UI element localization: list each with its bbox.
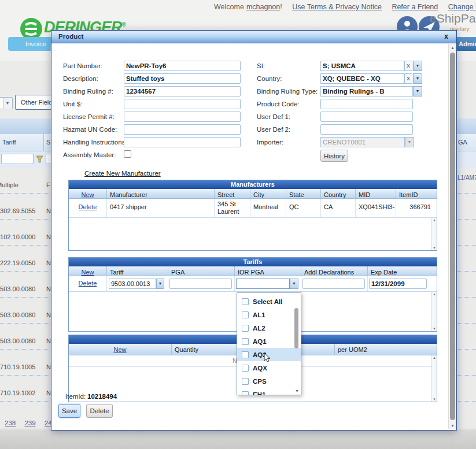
column-header[interactable]: City — [250, 189, 286, 198]
handling-instructions-input[interactable] — [124, 137, 241, 147]
s-column-header[interactable]: S — [46, 139, 50, 146]
tariff-delete-link[interactable]: Delete — [69, 276, 107, 291]
tariffs-new-link[interactable]: New — [69, 266, 107, 276]
column-header[interactable]: Country — [321, 189, 356, 198]
change-password-link[interactable]: Change Password — [448, 3, 476, 11]
cell-itemid: 366791 — [396, 199, 437, 217]
tariff-row[interactable]: Delete 9503.00.0013 ▼ ▼ — [69, 276, 437, 292]
addl-declarations-input[interactable] — [302, 279, 365, 289]
tab-admin[interactable]: Admin — [455, 37, 476, 51]
pga-input[interactable] — [169, 279, 232, 289]
country-clear-x-icon[interactable]: X — [404, 73, 412, 84]
column-header[interactable]: PGA — [168, 266, 235, 276]
save-button[interactable]: Save — [58, 404, 80, 418]
part-number-input[interactable] — [124, 61, 241, 71]
scroll-down-icon[interactable]: ▼ — [295, 389, 299, 393]
user-def-2-input[interactable] — [320, 124, 413, 135]
scroll-down-icon[interactable]: ▼ — [433, 246, 436, 250]
exp-date-input[interactable] — [369, 279, 427, 289]
column-header[interactable]: IOR PGA — [235, 266, 301, 276]
si-combo[interactable]: S; USMCA — [320, 61, 404, 71]
binding-ruling-type-select[interactable]: Binding Rulings - B — [320, 86, 413, 97]
table-scrollbar[interactable]: ▲▼ — [431, 355, 437, 402]
column-header[interactable]: Manufacturer — [107, 189, 215, 198]
checkbox[interactable] — [242, 325, 249, 332]
tariff-select[interactable]: 9503.00.0013 — [109, 279, 156, 289]
country-combo[interactable]: XQ; QUEBEC - XQ — [320, 73, 404, 84]
checkbox[interactable] — [242, 378, 249, 385]
page-link-238[interactable]: 238 — [5, 420, 16, 426]
scroll-down-icon[interactable]: ▼ — [433, 398, 436, 401]
username-link[interactable]: mchagnon — [246, 3, 280, 11]
column-header[interactable]: Addl Declarations — [301, 266, 368, 276]
dropdown-option-al1[interactable]: AL1 — [237, 308, 301, 321]
scroll-up-icon[interactable]: ▲ — [433, 356, 436, 359]
create-new-manufacturer-link[interactable]: Create New Manufacturer — [84, 170, 161, 177]
pga-column-header[interactable]: GA — [458, 139, 467, 146]
delete-button[interactable]: Delete — [86, 404, 113, 418]
si-chevron-down-icon[interactable]: ▼ — [413, 61, 422, 71]
manufacturer-delete-link[interactable]: Delete — [69, 199, 107, 217]
checkbox[interactable] — [242, 338, 249, 345]
description-input[interactable] — [124, 73, 241, 84]
manufacturers-new-link[interactable]: New — [69, 189, 107, 198]
table-scrollbar[interactable]: ▲▼ — [431, 292, 437, 331]
column-header[interactable]: ItemID — [396, 189, 437, 198]
checkbox[interactable] — [242, 298, 249, 305]
uoms-new-link[interactable]: New — [69, 344, 172, 355]
column-header[interactable]: Street — [215, 189, 250, 198]
scroll-up-icon[interactable]: ▲ — [449, 44, 456, 51]
history-button[interactable]: History — [320, 150, 348, 162]
hazmat-un-input[interactable] — [124, 124, 241, 135]
dropdown-option-cps[interactable]: CPS — [237, 374, 301, 388]
si-clear-x-icon[interactable]: X — [404, 61, 412, 71]
country-chevron-down-icon[interactable]: ▼ — [413, 73, 422, 84]
scroll-up-icon[interactable]: ▲ — [433, 292, 436, 296]
dropdown-option-eh1[interactable]: EH1 — [237, 388, 301, 395]
tariff-column-header[interactable]: Tariff — [2, 139, 16, 146]
binding-ruling-input[interactable] — [124, 86, 241, 97]
unit-price-input[interactable] — [124, 99, 241, 109]
tariff-chevron-down-icon[interactable]: ▼ — [156, 279, 164, 289]
terms-link[interactable]: Use Terms & Privacy Notice — [292, 3, 382, 11]
table-scrollbar[interactable]: ▲▼ — [431, 218, 437, 250]
column-header[interactable]: per UOM2 — [335, 344, 437, 355]
binding-ruling-type-chevron-down-icon[interactable]: ▼ — [413, 86, 422, 97]
user-def-1-input[interactable] — [320, 112, 413, 122]
column-header[interactable]: State — [286, 189, 321, 198]
close-icon[interactable]: x — [444, 32, 448, 40]
dropdown-option-aqx[interactable]: AQX — [237, 361, 301, 374]
assembly-master-checkbox[interactable] — [124, 150, 131, 158]
ior-pga-chevron-down-icon[interactable]: ▼ — [290, 279, 298, 289]
dialog-scrollbar[interactable]: ▲ ▼ — [448, 44, 456, 429]
checkbox[interactable] — [242, 365, 249, 372]
manufacturer-row[interactable]: Delete 0417 shipper 345 St Laurent Montr… — [69, 199, 437, 218]
page-link-239[interactable]: 239 — [24, 420, 35, 426]
scrollbar-thumb[interactable] — [450, 53, 455, 420]
product-code-label: Product Code: — [257, 101, 300, 107]
scroll-up-icon[interactable]: ▲ — [433, 218, 436, 222]
column-header[interactable]: Exp Date — [368, 266, 437, 276]
product-code-input[interactable] — [320, 99, 413, 109]
dropdown-option-select-all[interactable]: Select All — [237, 295, 301, 308]
tariff-filter-input[interactable] — [1, 154, 34, 164]
dropdown-scrollbar-thumb[interactable] — [294, 308, 298, 348]
ior-pga-select[interactable] — [236, 279, 290, 289]
refer-friend-link[interactable]: Refer a Friend — [392, 3, 438, 11]
dropdown-option-aq1[interactable]: AQ1 — [237, 335, 301, 348]
dropdown-option-aq2[interactable]: AQ2 — [237, 348, 301, 361]
scroll-down-icon[interactable]: ▼ — [433, 327, 436, 331]
column-header[interactable]: Tariff — [107, 266, 168, 276]
screen: Welcomemchagnon! Use Terms & Privacy Not… — [0, 0, 476, 449]
funnel-icon[interactable] — [36, 155, 43, 163]
dropdown-option-al2[interactable]: AL2 — [237, 321, 301, 335]
checkbox[interactable] — [242, 311, 249, 318]
country-label: Country: — [257, 75, 282, 82]
license-permit-input[interactable] — [124, 112, 241, 122]
checkbox[interactable] — [242, 391, 249, 396]
background-mini-select[interactable]: ▼ — [0, 97, 13, 109]
dialog-titlebar[interactable]: Product x — [51, 31, 456, 43]
checkbox[interactable] — [242, 351, 249, 358]
column-header[interactable]: MID — [356, 189, 396, 198]
scroll-down-icon[interactable]: ▼ — [449, 422, 456, 429]
